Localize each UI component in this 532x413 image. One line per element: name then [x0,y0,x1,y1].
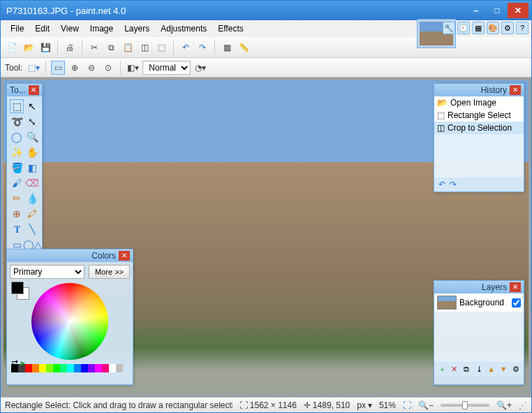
selection-subtract-icon[interactable]: ⊖ [84,61,98,75]
primary-color-swatch[interactable] [11,282,24,294]
tool-gradient[interactable]: ◧ [25,161,39,175]
menu-layers[interactable]: Layers [119,22,155,35]
colors-toggle-icon[interactable]: 🎨 [487,22,499,34]
flood-mode-icon[interactable]: ◧▾ [126,61,140,75]
copy-icon[interactable]: ⧉ [104,41,118,55]
layers-panel-close-icon[interactable]: ✕ [510,282,521,292]
color-swatches[interactable] [11,282,24,294]
print-icon[interactable]: 🖨 [63,41,77,55]
delete-layer-icon[interactable]: ✕ [450,363,460,375]
paste-icon[interactable]: 📋 [121,41,135,55]
menu-view[interactable]: View [55,22,84,35]
layer-row[interactable]: Background [434,294,524,312]
color-target-select[interactable]: Primary [10,265,84,279]
history-toggle-icon[interactable]: 🕘 [457,22,470,34]
blend-mode-select[interactable]: Normal [142,61,191,75]
history-redo-icon[interactable]: ↷ [450,180,457,189]
open-icon[interactable]: 📂 [22,41,36,55]
undo-icon[interactable]: ↶ [179,41,193,55]
tool-move-selection[interactable]: ↖ [25,99,39,113]
zoom-slider[interactable] [441,404,489,407]
palette-color[interactable] [102,364,109,372]
duplicate-layer-icon[interactable]: ⧉ [461,363,472,375]
tool-paintbrush[interactable]: 🖌 [10,176,24,190]
unit-selector[interactable]: px ▾ [357,400,372,410]
selection-replace-icon[interactable]: ▭ [51,61,65,75]
palette-color[interactable] [53,364,60,372]
palette-color[interactable] [46,364,53,372]
colors-panel-close-icon[interactable]: ✕ [119,251,130,261]
tool-move-pixels[interactable]: ⤡ [25,115,39,129]
tool-clone-stamp[interactable]: ⊕ [10,207,24,221]
tool-color-picker[interactable]: 💧 [25,191,39,205]
palette-color[interactable] [88,364,95,372]
palette-color[interactable] [95,364,102,372]
zoom-in-icon[interactable]: 🔍+ [496,400,512,410]
tool-line[interactable]: ╲ [25,222,39,236]
palette-color[interactable] [25,364,32,372]
layer-properties-icon[interactable]: ⚙ [510,363,521,375]
tool-zoom[interactable]: 🔍 [25,130,39,144]
layers-toggle-icon[interactable]: ▦ [472,22,485,34]
grid-icon[interactable]: ▦ [220,41,234,55]
history-item[interactable]: 📂Open Image [434,96,524,109]
history-undo-icon[interactable]: ↶ [438,180,445,189]
palette-color[interactable] [67,364,74,372]
palette-color[interactable] [32,364,39,372]
palette-color[interactable] [60,364,67,372]
close-button[interactable]: ✕ [508,3,529,18]
tool-lasso-select[interactable]: ➰ [10,115,24,129]
menu-edit[interactable]: Edit [29,22,55,35]
color-wheel[interactable] [31,283,108,360]
sampling-icon[interactable]: ◔▾ [193,61,207,75]
palette-color[interactable] [74,364,81,372]
help-icon[interactable]: ? [516,22,529,34]
redo-icon[interactable]: ↷ [195,41,209,55]
tool-paint-bucket[interactable]: 🪣 [10,161,24,175]
history-panel-close-icon[interactable]: ✕ [510,85,521,95]
cut-icon[interactable]: ✂ [87,41,101,55]
tool-magic-wand[interactable]: ✨ [10,145,24,159]
merge-layer-icon[interactable]: ⤓ [474,363,485,375]
tools-toggle-icon[interactable]: 🔧 [443,22,455,34]
menu-effects[interactable]: Effects [212,22,249,35]
layer-visible-checkbox[interactable] [512,298,521,307]
maximize-button[interactable]: □ [487,3,508,18]
add-layer-icon[interactable]: ＋ [437,363,448,375]
menu-adjustments[interactable]: Adjustments [155,22,212,35]
tool-rectangle-select[interactable]: ⬚ [10,99,24,113]
tool-ellipse-select[interactable]: ◯ [10,130,24,144]
selection-add-icon[interactable]: ⊕ [68,61,82,75]
palette-color[interactable] [116,364,123,372]
crop-icon[interactable]: ◫ [138,41,152,55]
resize-grip-icon[interactable]: ⋰ [519,400,527,410]
selection-intersect-icon[interactable]: ⊙ [101,61,115,75]
move-up-icon[interactable]: ▲ [486,363,496,375]
palette-color[interactable] [39,364,46,372]
minimize-button[interactable]: – [466,3,487,18]
tool-pan[interactable]: ✋ [25,145,39,159]
active-tool-icon[interactable]: ⬚▾ [27,61,40,75]
ruler-icon[interactable]: 📏 [237,41,251,55]
history-item[interactable]: ⬚Rectangle Select [434,109,524,122]
tool-recolor[interactable]: 🖍 [25,207,39,221]
menu-image[interactable]: Image [84,22,119,35]
history-item[interactable]: ◫Crop to Selection [434,122,524,134]
zoom-out-icon[interactable]: 🔍− [418,400,434,410]
swap-colors-icon[interactable]: ⇄ [11,358,18,368]
tool-eraser[interactable]: ⌫ [25,176,39,190]
palette-color[interactable] [109,364,116,372]
zoom-box[interactable]: 51% [379,400,396,410]
new-icon[interactable]: 📄 [5,41,19,55]
save-icon[interactable]: 💾 [38,41,52,55]
tools-panel-close-icon[interactable]: ✕ [29,85,39,95]
settings-icon[interactable]: ⚙ [501,22,514,34]
add-color-icon[interactable]: ▸ [21,358,25,368]
palette-color[interactable] [81,364,88,372]
move-down-icon[interactable]: ▼ [498,363,509,375]
menu-file[interactable]: File [5,22,29,35]
deselect-icon[interactable]: ⬚ [154,41,168,55]
tool-pencil[interactable]: ✏ [10,191,24,205]
tool-text[interactable]: 𝐓 [10,222,24,236]
fit-window-icon[interactable]: ⛶ [403,400,411,410]
